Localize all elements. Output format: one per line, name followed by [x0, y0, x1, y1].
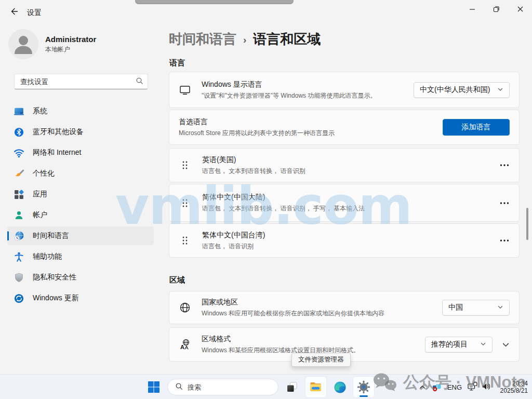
windows-logo-icon — [148, 381, 160, 393]
display-language-card: Windows 显示语言 "设置"和"文件资源管理器"等 Windows 功能将… — [169, 72, 520, 108]
search-icon — [136, 77, 143, 87]
wifi-icon — [14, 148, 24, 158]
sidebar-item-time-language[interactable]: 时间和语言 — [7, 227, 154, 245]
person-icon — [14, 210, 24, 221]
ellipsis-icon — [500, 164, 509, 167]
sidebar-item-windows-update[interactable]: Windows 更新 — [7, 289, 154, 308]
language-name: 繁体中文(中国台湾) — [202, 231, 497, 240]
titlebar: 设置 — [0, 0, 532, 25]
sidebar-item-label: 个性化 — [33, 169, 55, 178]
drag-handle-icon[interactable] — [182, 161, 188, 170]
chevron-down-icon — [497, 86, 503, 94]
task-view-button[interactable] — [282, 377, 302, 397]
language-format-icon: A — [179, 338, 191, 351]
language-row-english-us[interactable]: 英语(美国) 语言包， 文本到语音转换， 语音识别 — [169, 148, 520, 182]
sidebar-item-label: 网络和 Internet — [33, 148, 81, 157]
account-type: 本地帐户 — [45, 45, 96, 54]
scrollbar-thumb[interactable] — [526, 208, 528, 240]
start-button[interactable] — [143, 377, 164, 397]
sidebar-item-personalization[interactable]: 个性化 — [7, 164, 154, 183]
language-row-simplified-chinese[interactable]: 简体中文(中国大陆) 语言包， 文本到语音转换， 语音识别， 手写， 基本输入法 — [169, 184, 520, 222]
sidebar-item-privacy-security[interactable]: 隐私和安全性 — [7, 268, 154, 287]
taskbar-search-box[interactable] — [167, 379, 278, 395]
language-features: 语言包， 文本到语音转换， 语音识别 — [202, 167, 497, 176]
add-language-button[interactable]: 添加语言 — [443, 119, 510, 136]
edge-browser-button[interactable] — [329, 377, 350, 397]
sidebar-item-bluetooth-devices[interactable]: 蓝牙和其他设备 — [7, 123, 154, 141]
restore-button[interactable] — [484, 0, 508, 20]
sidebar-item-system[interactable]: 系统 — [7, 102, 154, 121]
update-icon — [14, 293, 24, 304]
sidebar-item-label: Windows 更新 — [33, 294, 79, 303]
gear-icon — [357, 380, 370, 394]
sidebar-item-apps[interactable]: 应用 — [7, 185, 154, 204]
input-language-button[interactable]: ENG — [445, 377, 464, 397]
globe-icon — [179, 301, 191, 314]
drag-handle-icon[interactable] — [182, 198, 188, 208]
back-button[interactable] — [5, 4, 23, 20]
breadcrumb-separator-icon: › — [243, 33, 246, 46]
country-region-card: 国家或地区 Windows 和应用可能会根据你所在的国家或地区向你提供本地内容 … — [169, 291, 520, 324]
clock-tray-button[interactable]: 20:34 2025/8/21 — [494, 377, 530, 397]
language-row-traditional-chinese[interactable]: 繁体中文(中国台湾) 语言包， 语音识别 — [169, 223, 520, 258]
close-icon — [517, 6, 524, 14]
preferred-language-card: 首选语言 Microsoft Store 应用将以此列表中支持的第一种语言显示 … — [169, 110, 520, 145]
dropdown-value: 中国 — [448, 303, 463, 312]
display-icon — [179, 84, 191, 96]
network-volume-button[interactable] — [464, 377, 494, 397]
apps-icon — [14, 189, 24, 200]
file-explorer-icon — [309, 380, 323, 394]
card-title: Windows 显示语言 — [202, 80, 414, 89]
back-arrow-icon — [9, 7, 19, 18]
taskbar-search-input[interactable] — [188, 383, 279, 391]
more-options-button[interactable] — [497, 234, 512, 247]
minimize-button[interactable] — [460, 0, 484, 20]
sidebar-item-label: 辅助功能 — [33, 252, 62, 261]
sidebar-item-accessibility[interactable]: 辅助功能 — [7, 247, 154, 266]
account-card[interactable]: Administrator 本地帐户 — [8, 29, 154, 59]
settings-app-button[interactable] — [353, 377, 374, 397]
desktop-screen: 设置 Administrator 本地帐户 — [0, 0, 532, 399]
search-icon — [175, 382, 183, 392]
close-button[interactable] — [508, 0, 532, 20]
usb-device-icon — [432, 382, 442, 392]
avatar — [8, 29, 38, 59]
dropdown-value: 推荐的项目 — [431, 340, 468, 349]
hidden-icons-button[interactable] — [416, 377, 429, 397]
chevron-down-icon — [502, 341, 510, 349]
settings-search-box[interactable] — [14, 74, 148, 89]
tray-date: 2025/8/21 — [500, 387, 528, 394]
section-header-language: 语言 — [169, 58, 185, 68]
country-dropdown[interactable]: 中国 — [442, 300, 510, 316]
sidebar-item-label: 应用 — [33, 190, 47, 199]
time-language-icon — [14, 231, 24, 242]
display-language-dropdown[interactable]: 中文(中华人民共和国) — [414, 82, 510, 98]
shield-icon — [14, 272, 24, 283]
account-name: Administrator — [45, 35, 96, 44]
chevron-down-icon — [497, 303, 503, 312]
file-explorer-button[interactable] — [305, 377, 326, 397]
more-options-button[interactable] — [497, 159, 512, 171]
breadcrumb: 时间和语言 › 语言和区域 — [169, 30, 321, 48]
expand-card-chevron[interactable] — [501, 340, 510, 349]
sidebar-item-network-internet[interactable]: 网络和 Internet — [7, 143, 154, 162]
settings-search-input[interactable] — [20, 78, 136, 86]
safely-remove-hardware-button[interactable] — [429, 377, 445, 397]
selected-indicator-pill — [7, 231, 9, 241]
ellipsis-icon — [500, 202, 509, 205]
regional-format-dropdown[interactable]: 推荐的项目 — [425, 337, 493, 353]
language-features: 语言包， 语音识别 — [202, 242, 497, 251]
breadcrumb-parent[interactable]: 时间和语言 — [169, 30, 236, 48]
task-view-icon — [286, 381, 298, 393]
ellipsis-icon — [500, 239, 509, 242]
more-options-button[interactable] — [497, 197, 512, 209]
active-app-indicator — [360, 395, 368, 397]
drag-handle-icon[interactable] — [182, 236, 188, 245]
sidebar-item-accounts[interactable]: 帐户 — [7, 206, 154, 224]
chevron-down-icon — [480, 340, 486, 349]
app-title: 设置 — [27, 8, 42, 18]
language-name: 简体中文(中国大陆) — [202, 193, 497, 202]
sidebar-item-label: 蓝牙和其他设备 — [33, 127, 84, 137]
system-icon — [14, 106, 24, 117]
sidebar-item-label: 隐私和安全性 — [33, 273, 76, 282]
